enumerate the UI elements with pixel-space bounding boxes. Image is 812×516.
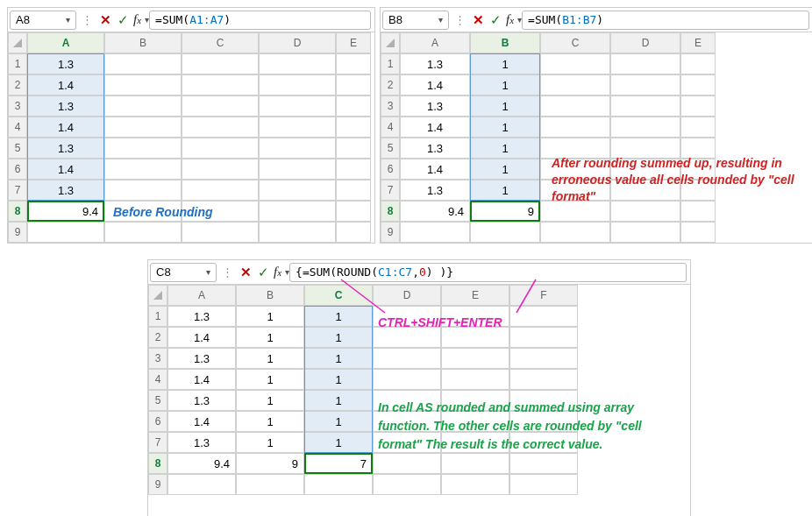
row-header[interactable]: 7	[148, 432, 167, 453]
name-box[interactable]: A8 ▾	[10, 11, 76, 30]
cell[interactable]	[259, 117, 336, 138]
row-header[interactable]: 2	[8, 74, 27, 95]
col-header[interactable]: F	[509, 285, 578, 306]
cell[interactable]	[259, 74, 336, 95]
fx-icon[interactable]: fx	[133, 12, 141, 27]
cell[interactable]	[259, 159, 336, 180]
cell[interactable]	[336, 201, 371, 222]
cell[interactable]: 1	[236, 432, 304, 453]
cell[interactable]: 1.3	[167, 432, 236, 453]
cell[interactable]: 1	[236, 348, 304, 369]
row-header[interactable]: 5	[148, 390, 167, 411]
cell[interactable]: 1	[470, 159, 540, 180]
cell[interactable]	[509, 474, 578, 495]
cell[interactable]: 1.3	[27, 53, 104, 74]
chevron-down-icon[interactable]: ▾	[438, 15, 443, 25]
cell[interactable]	[259, 53, 336, 74]
row-header[interactable]: 2	[381, 74, 400, 95]
col-header[interactable]: B	[236, 285, 304, 306]
select-all-corner[interactable]	[148, 285, 167, 306]
cell[interactable]: 1.3	[167, 390, 236, 411]
row-header[interactable]: 2	[148, 327, 167, 348]
cell[interactable]	[104, 138, 182, 159]
cell[interactable]	[441, 369, 509, 390]
row-header[interactable]: 1	[148, 306, 167, 327]
select-all-corner[interactable]	[8, 32, 27, 53]
row-header[interactable]: 9	[148, 474, 167, 495]
cell[interactable]: 1	[304, 306, 373, 327]
row-header[interactable]: 6	[381, 159, 400, 180]
row-header[interactable]: 4	[148, 369, 167, 390]
cell[interactable]: 1.3	[400, 180, 470, 201]
col-header[interactable]: C	[304, 285, 373, 306]
cell[interactable]	[336, 117, 371, 138]
col-header[interactable]: A	[27, 32, 104, 53]
cell[interactable]: 1	[236, 411, 304, 432]
cell[interactable]	[540, 95, 610, 117]
cell[interactable]: 1	[470, 180, 540, 201]
active-cell[interactable]: 9	[470, 201, 540, 222]
cell[interactable]	[373, 348, 441, 369]
row-header[interactable]: 9	[381, 222, 400, 243]
row-header[interactable]: 6	[8, 159, 27, 180]
cell[interactable]	[680, 74, 716, 95]
cell[interactable]	[441, 348, 509, 369]
cell[interactable]	[259, 222, 336, 243]
accept-icon[interactable]: ✓	[114, 11, 132, 30]
cell[interactable]	[336, 180, 371, 201]
col-header[interactable]: D	[259, 32, 336, 53]
active-cell[interactable]: 7	[304, 453, 373, 474]
col-header[interactable]: C	[182, 32, 259, 53]
cell[interactable]	[167, 474, 236, 495]
accept-icon[interactable]: ✓	[487, 11, 504, 30]
cell[interactable]: 1	[470, 74, 540, 95]
spreadsheet-grid[interactable]: A B C D E 1 1.3 1 2 1.4 1 3 1.3 1 4 1.4 …	[381, 32, 812, 243]
cell[interactable]	[680, 53, 716, 74]
cell[interactable]	[373, 369, 441, 390]
cell[interactable]: 1	[304, 348, 373, 369]
cell[interactable]	[680, 95, 716, 117]
row-header[interactable]: 7	[8, 180, 27, 201]
row-header[interactable]: 9	[8, 222, 27, 243]
cell[interactable]: 1.3	[400, 138, 470, 159]
cell[interactable]	[104, 117, 182, 138]
cell[interactable]	[259, 95, 336, 117]
col-header[interactable]: B	[104, 32, 182, 53]
cell[interactable]: 1	[470, 138, 540, 159]
cell[interactable]: 1.3	[400, 53, 470, 74]
cell[interactable]	[182, 138, 259, 159]
cell[interactable]: 1.3	[400, 95, 470, 117]
cell[interactable]: 1.4	[167, 327, 236, 348]
formula-input[interactable]: {=SUM(ROUND(C1:C7,0) )}	[289, 263, 687, 282]
row-header[interactable]: 3	[381, 95, 400, 117]
accept-icon[interactable]: ✓	[254, 263, 272, 282]
cell[interactable]: 1	[470, 95, 540, 117]
cell[interactable]	[610, 74, 680, 95]
cell[interactable]: 1.4	[400, 74, 470, 95]
cell[interactable]: 1.3	[27, 95, 104, 117]
cell[interactable]: 1.4	[27, 117, 104, 138]
row-header[interactable]: 8	[8, 201, 27, 222]
cell[interactable]: 1	[304, 327, 373, 348]
col-header[interactable]: A	[400, 32, 470, 53]
cell[interactable]	[610, 222, 680, 243]
cell[interactable]	[104, 159, 182, 180]
cell[interactable]	[104, 180, 182, 201]
cell[interactable]: 1.4	[167, 411, 236, 432]
cell[interactable]	[509, 453, 578, 474]
row-header[interactable]: 1	[8, 53, 27, 74]
col-header[interactable]: E	[336, 32, 371, 53]
col-header[interactable]: B	[470, 32, 540, 53]
cell[interactable]: 1.4	[167, 369, 236, 390]
col-header[interactable]: D	[610, 32, 680, 53]
row-header[interactable]: 8	[381, 201, 400, 222]
chevron-down-icon[interactable]: ▾	[206, 267, 210, 277]
cell[interactable]	[509, 327, 578, 348]
row-header[interactable]: 6	[148, 411, 167, 432]
row-header[interactable]: 4	[381, 117, 400, 138]
cell[interactable]	[104, 74, 182, 95]
cell[interactable]	[441, 453, 509, 474]
formula-input[interactable]: =SUM(B1:B7)	[522, 11, 809, 30]
cell[interactable]	[182, 159, 259, 180]
row-header[interactable]: 5	[8, 138, 27, 159]
